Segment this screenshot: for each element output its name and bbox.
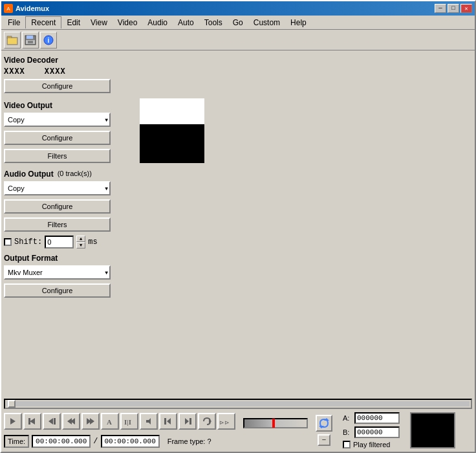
left-panel: Video Decoder XXXX XXXX Configure Video … [1, 50, 137, 396]
svg-text:i: i [48, 37, 50, 44]
info-button[interactable]: i [40, 32, 57, 49]
audio-output-select-wrapper: Copy MP3 AAC [4, 181, 111, 195]
menubar: File Recent Edit View Video Audio Auto T… [1, 16, 475, 30]
time-separator: / [93, 437, 98, 446]
rewind-button[interactable] [23, 413, 41, 430]
menu-go[interactable]: Go [228, 17, 248, 28]
menu-video[interactable]: Video [113, 17, 142, 28]
refresh-area: ─ [316, 415, 332, 446]
svg-rect-8 [28, 41, 33, 43]
ab-section: A: 000000 B: 000000 Play filtered [343, 412, 400, 448]
shift-checkbox[interactable] [4, 238, 12, 246]
shift-row: Shift: 0 ▲ ▼ ms [4, 236, 135, 249]
toolbar: i [1, 30, 475, 50]
shift-up-button[interactable]: ▲ [76, 236, 85, 242]
main-area: Video Decoder XXXX XXXX Configure Video … [1, 50, 475, 452]
current-time: 00:00:00.000 [32, 435, 91, 448]
open-button[interactable] [4, 32, 21, 49]
audio-filters-button[interactable]: Filters [4, 217, 111, 232]
a-marker-button[interactable]: A [101, 413, 119, 430]
preview-bottom-half [140, 124, 204, 163]
menu-tools[interactable]: Tools [199, 17, 228, 28]
prev-frame-button[interactable] [43, 413, 61, 430]
b-point-row: B: 000000 [343, 426, 400, 438]
b-label: B: [343, 428, 352, 436]
menu-custom[interactable]: Custom [248, 17, 285, 28]
menu-auto[interactable]: Auto [173, 17, 199, 28]
maximize-button[interactable]: □ [448, 4, 459, 13]
preview-area [137, 50, 475, 396]
shift-down-button[interactable]: ▼ [76, 242, 85, 249]
b-marker-button[interactable]: I|I [120, 413, 138, 430]
output-format-dropdown[interactable]: Mkv Muxer AVI Muxer MP4 Muxer [4, 265, 111, 280]
titlebar: A Avidemux ─ □ ✕ [1, 1, 475, 16]
next-keyframe-button[interactable] [178, 413, 197, 430]
audio-output-dropdown[interactable]: Copy MP3 AAC [4, 181, 111, 195]
audio-configure-button[interactable]: Configure [4, 199, 111, 214]
b-input[interactable]: 000000 [354, 426, 400, 438]
seekbar-thumb[interactable] [8, 400, 16, 408]
shift-label: Shift: [14, 238, 42, 247]
video-preview [140, 98, 204, 163]
menu-help[interactable]: Help [285, 17, 312, 28]
svg-rect-23 [164, 418, 166, 425]
mark-button[interactable]: ⊳⊳ [217, 413, 235, 430]
svg-rect-6 [27, 36, 33, 39]
playback-controls: A I|I [4, 412, 235, 431]
menu-recent[interactable]: Recent [25, 16, 61, 28]
a-input[interactable]: 000000 [354, 412, 400, 424]
video-output-configure-button[interactable]: Configure [4, 131, 111, 145]
app-icon: A [4, 4, 13, 13]
status-bar: Time: 00:00:00.000 / 00:00:00.000 Frame … [4, 434, 235, 449]
vol-down-button[interactable]: ─ [318, 434, 330, 446]
seekbar[interactable] [4, 399, 472, 409]
volume-button[interactable] [140, 413, 158, 430]
menu-edit[interactable]: Edit [61, 17, 85, 28]
svg-marker-26 [185, 418, 189, 425]
video-output-dropdown[interactable]: Copy Xvid x264 [4, 113, 111, 127]
step-forward-button[interactable] [81, 413, 100, 430]
loop-button[interactable] [198, 413, 216, 430]
frame-type-label: Frame type: ? [168, 437, 211, 445]
volume-slider[interactable] [243, 418, 308, 428]
svg-marker-11 [10, 418, 16, 425]
play-button[interactable] [4, 413, 22, 430]
play-filtered-row: Play filtered [343, 441, 400, 448]
prev-keyframe-button[interactable] [159, 413, 177, 430]
menu-audio[interactable]: Audio [142, 17, 173, 28]
volume-thumb [272, 419, 275, 428]
step-back-button[interactable] [62, 413, 80, 430]
svg-marker-12 [30, 418, 35, 425]
video-decoder-configure-button[interactable]: Configure [4, 79, 111, 93]
output-format-header: Output Format [4, 254, 135, 263]
refresh-button[interactable] [316, 415, 332, 432]
bottom-section: A I|I [1, 396, 475, 452]
close-button[interactable]: ✕ [460, 4, 472, 13]
svg-marker-24 [167, 418, 171, 425]
decoder-label2: XXXX [45, 67, 66, 76]
video-output-select-wrapper: Copy Xvid x264 [4, 113, 111, 127]
menu-view[interactable]: View [85, 17, 113, 28]
seekbar-container [4, 396, 472, 412]
decoder-label1: XXXX [4, 67, 25, 76]
audio-output-header: Audio Output [4, 170, 54, 179]
shift-spinner: ▲ ▼ [76, 236, 85, 249]
minimize-button[interactable]: ─ [435, 4, 446, 13]
seekbar-track [6, 401, 470, 406]
svg-text:⊳⊳: ⊳⊳ [219, 419, 230, 426]
svg-rect-3 [7, 36, 12, 38]
menu-file[interactable]: File [3, 17, 25, 28]
a-label: A: [343, 414, 352, 422]
video-output-header: Video Output [4, 101, 135, 110]
play-filtered-checkbox[interactable] [343, 441, 351, 448]
a-point-row: A: 000000 [343, 412, 400, 424]
svg-text:A: A [107, 418, 112, 426]
output-format-configure-button[interactable]: Configure [4, 283, 111, 298]
svg-rect-13 [28, 418, 30, 425]
svg-text:A: A [6, 6, 10, 12]
shift-value[interactable]: 0 [45, 236, 74, 249]
save-button[interactable] [22, 32, 39, 49]
volume-area [243, 418, 308, 443]
video-output-filters-button[interactable]: Filters [4, 149, 111, 163]
svg-rect-25 [189, 418, 191, 425]
